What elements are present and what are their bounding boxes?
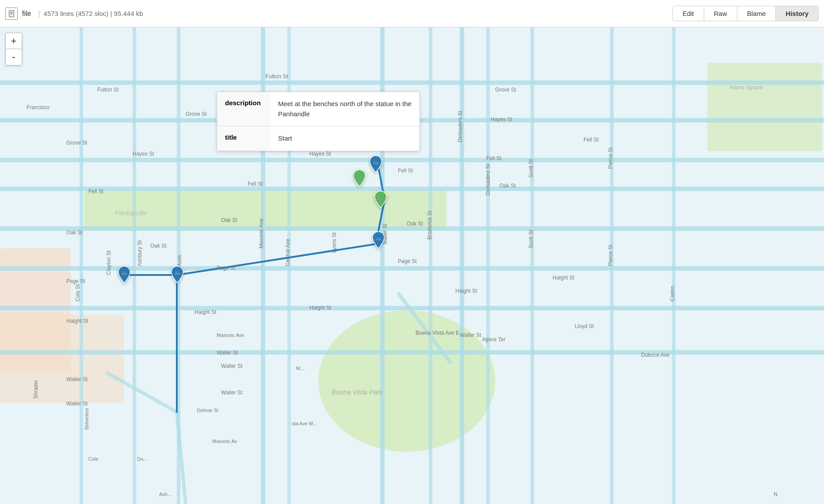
blue-bike-marker-top[interactable]: 🚲	[368, 155, 384, 173]
popup-description-value: Meet at the benches north of the statue …	[270, 92, 420, 126]
popup-description-row: description Meet at the benches north of…	[217, 92, 420, 126]
svg-text:Grove St: Grove St	[186, 111, 207, 117]
svg-text:Pierce St: Pierce St	[607, 244, 614, 266]
svg-text:Divisadero St: Divisadero St	[457, 111, 463, 142]
svg-text:Page St: Page St	[398, 258, 417, 264]
blame-button[interactable]: Blame	[737, 6, 776, 21]
svg-text:Haight St: Haight St	[553, 275, 575, 281]
svg-rect-28	[486, 27, 490, 504]
svg-text:Shrader: Shrader	[33, 380, 39, 399]
toolbar-divider: |	[38, 10, 40, 18]
svg-text:Masonic Av: Masonic Av	[212, 439, 237, 444]
svg-rect-17	[0, 350, 824, 355]
svg-rect-18	[460, 27, 464, 504]
svg-text:Fulton St: Fulton St	[265, 73, 288, 80]
svg-text:Waller St: Waller St	[66, 401, 88, 407]
svg-rect-12	[0, 158, 824, 162]
svg-text:Oak St: Oak St	[221, 217, 237, 223]
svg-text:Fell St: Fell St	[398, 168, 413, 174]
svg-rect-7	[707, 63, 822, 151]
popup-table: description Meet at the benches north of…	[217, 92, 420, 151]
svg-rect-25	[429, 27, 432, 504]
svg-text:🚲: 🚲	[356, 173, 363, 179]
svg-text:Hayes St: Hayes St	[309, 151, 331, 157]
svg-text:Fell St: Fell St	[88, 188, 104, 195]
svg-rect-29	[672, 27, 675, 504]
popup-title-key: title	[217, 126, 270, 151]
svg-text:Scott St: Scott St	[528, 229, 534, 248]
green-bike-marker-1[interactable]: 🚲	[351, 169, 367, 187]
svg-rect-14	[0, 226, 824, 231]
svg-text:Panhandle: Panhandle	[115, 209, 147, 217]
svg-text:Waller St: Waller St	[460, 332, 481, 338]
file-icon	[5, 8, 18, 20]
zoom-out-button[interactable]: -	[6, 49, 22, 65]
svg-text:Hayes St: Hayes St	[133, 151, 154, 157]
svg-text:Belvedere: Belvedere	[84, 408, 89, 430]
svg-text:Castro: Castro	[669, 286, 675, 302]
svg-text:Waller St: Waller St	[217, 350, 238, 356]
svg-text:Haight St: Haight St	[195, 309, 217, 315]
svg-rect-24	[80, 27, 83, 504]
blue-bike-marker-ashbury[interactable]: 🚲	[169, 265, 185, 284]
svg-text:M...: M...	[296, 366, 304, 371]
green-bike-marker-2[interactable]: 🚲	[373, 190, 389, 209]
svg-text:Fell St: Fell St	[248, 181, 263, 187]
svg-text:Haight St: Haight St	[309, 305, 332, 311]
svg-text:Masonic Ave: Masonic Ave	[258, 218, 264, 248]
svg-text:Francisco: Francisco	[27, 104, 50, 111]
svg-text:Cole St: Cole St	[75, 284, 81, 302]
svg-text:Grove St: Grove St	[495, 87, 516, 93]
svg-text:N: N	[774, 491, 778, 497]
svg-text:🚲: 🚲	[375, 235, 382, 241]
svg-text:Page St: Page St	[66, 278, 85, 284]
svg-text:Oak St: Oak St	[150, 243, 167, 249]
svg-text:Oak St: Oak St	[500, 183, 516, 189]
map-popup: description Meet at the benches north of…	[217, 92, 420, 151]
toolbar: file | 4573 lines (4572 sloc) | 95.444 k…	[0, 0, 824, 27]
svg-text:Do...: Do...	[137, 456, 147, 462]
svg-text:Buena Vista Ave E: Buena Vista Ave E	[416, 330, 459, 336]
svg-text:Fulton St: Fulton St	[97, 87, 119, 93]
map-container: Fulton St Fulton St Francisco Grove St G…	[0, 27, 824, 504]
svg-text:Scott St: Scott St	[528, 159, 534, 178]
zoom-in-button[interactable]: +	[6, 33, 22, 49]
svg-text:Grove St: Grove St	[66, 140, 88, 146]
svg-text:Waller St: Waller St	[66, 376, 88, 382]
svg-text:Fell St: Fell St	[486, 155, 502, 161]
file-meta: 4573 lines (4572 sloc) | 95.444 kb	[44, 10, 143, 17]
svg-text:Alpine Ter: Alpine Ter	[482, 336, 505, 343]
svg-text:Waller St: Waller St	[221, 389, 243, 396]
svg-text:Ash...: Ash...	[159, 492, 172, 497]
svg-text:Waller St: Waller St	[221, 363, 243, 369]
svg-text:🚲: 🚲	[174, 269, 181, 275]
svg-text:Duboce Ave: Duboce Ave	[641, 352, 670, 358]
svg-text:Masonic Ave: Masonic Ave	[217, 332, 244, 338]
svg-text:Pierce St: Pierce St	[607, 147, 614, 169]
svg-text:sta Ave M...: sta Ave M...	[292, 421, 317, 426]
svg-text:Divisadero St: Divisadero St	[485, 164, 491, 195]
svg-text:Ashb...: Ashb...	[177, 251, 182, 266]
popup-title-row: title Start	[217, 126, 420, 151]
svg-point-6	[318, 310, 495, 452]
svg-text:Fell St: Fell St	[584, 137, 599, 143]
svg-text:Delmar St: Delmar St	[197, 408, 218, 413]
svg-text:Alamo Square: Alamo Square	[729, 84, 763, 91]
svg-rect-0	[9, 10, 14, 16]
svg-text:Buena Vista Park: Buena Vista Park	[332, 388, 383, 396]
edit-button[interactable]: Edit	[673, 6, 704, 21]
raw-button[interactable]: Raw	[704, 6, 737, 21]
svg-text:Ashbury St: Ashbury St	[137, 240, 143, 266]
blue-bike-marker-left[interactable]: 🚲	[116, 265, 132, 284]
blue-bike-marker-middle[interactable]: 🚲	[370, 231, 386, 249]
svg-text:Lyons St: Lyons St	[331, 232, 337, 253]
svg-text:Lloyd St: Lloyd St	[575, 323, 594, 329]
svg-text:Central Ave: Central Ave	[285, 239, 291, 266]
history-button[interactable]: History	[776, 6, 818, 21]
svg-text:🚲: 🚲	[373, 159, 379, 165]
svg-text:Haight St: Haight St	[455, 288, 477, 294]
svg-text:Oak St: Oak St	[407, 221, 423, 227]
svg-rect-9	[0, 315, 124, 403]
svg-rect-13	[0, 187, 824, 191]
svg-text:🚲: 🚲	[121, 269, 128, 275]
